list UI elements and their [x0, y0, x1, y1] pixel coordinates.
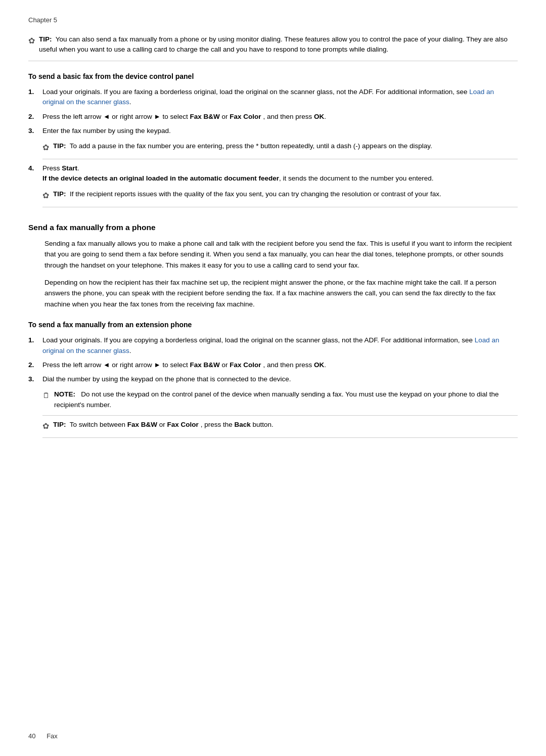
top-tip-label: TIP:	[39, 35, 52, 43]
faxbw-label-1: Fax B&W	[190, 113, 220, 120]
step-num-3: 3.	[28, 126, 42, 136]
step-3-content: Enter the fax number by using the keypad…	[42, 126, 518, 136]
step-num-4: 4.	[28, 163, 42, 173]
ext-step-2-content: Press the left arrow ◄ or right arrow ► …	[42, 360, 518, 370]
faxbw-label-2: Fax B&W	[190, 361, 220, 369]
page-footer: 40 Fax	[28, 731, 58, 741]
faxcolor-label-2: Fax Color	[230, 361, 261, 369]
manual-fax-para2: Depending on how the recipient has their…	[44, 277, 518, 310]
ext-step3-note-text: NOTE: Do not use the keypad on the contr…	[54, 389, 518, 410]
top-tip-text: TIP: You can also send a fax manually fr…	[39, 34, 518, 55]
manual-fax-para1: Sending a fax manually allows you to mak…	[44, 238, 518, 271]
ext-step3-tip-section: ✿ TIP: To switch between Fax B&W or Fax …	[42, 420, 518, 438]
footer-section: Fax	[47, 732, 58, 740]
faxcolor-label-1: Fax Color	[230, 113, 261, 120]
faxcolor-label-3: Fax Color	[167, 421, 199, 428]
step-4-content: Press Start. If the device detects an or…	[42, 163, 518, 184]
basic-fax-step-2: 2. Press the left arrow ◄ or right arrow…	[28, 112, 518, 122]
ext-step-num-1: 1.	[28, 335, 42, 345]
note-label: NOTE:	[54, 390, 75, 398]
step4-tip-text: TIP: If the recipient reports issues wit…	[53, 189, 441, 199]
ok-label-2: OK	[314, 361, 324, 369]
step4-tip-label: TIP:	[53, 190, 66, 198]
faxbw-label-3: Fax B&W	[127, 421, 157, 428]
step4-tip-section: ✿ TIP: If the recipient reports issues w…	[42, 189, 518, 207]
ext-tip-label: TIP:	[53, 421, 66, 428]
chapter-label: Chapter 5	[28, 15, 518, 25]
step3-tip-label: TIP:	[53, 142, 66, 150]
start-label: Start	[62, 164, 77, 172]
ext-step3-tip-inner: ✿ TIP: To switch between Fax B&W or Fax …	[42, 420, 518, 432]
scanner-glass-link-2[interactable]: Load an original on the scanner glass	[42, 336, 499, 354]
tip-icon-top: ✿	[28, 35, 35, 47]
ext-step3-note-section: 🗒 NOTE: Do not use the keypad on the con…	[42, 389, 518, 416]
ext-step-1-content: Load your originals. If you are copying …	[42, 335, 518, 356]
ext-step-1: 1. Load your originals. If you are copyi…	[28, 335, 518, 356]
basic-fax-step4-list: 4. Press Start. If the device detects an…	[28, 163, 518, 184]
scanner-glass-link-1[interactable]: Load an original on the scanner glass	[42, 88, 494, 106]
basic-fax-step-3: 3. Enter the fax number by using the key…	[28, 126, 518, 136]
page-number: 40	[28, 732, 35, 740]
step3-tip-section: ✿ TIP: To add a pause in the fax number …	[42, 141, 518, 159]
extension-steps: 1. Load your originals. If you are copyi…	[28, 335, 518, 384]
ext-step-3: 3. Dial the number by using the keypad o…	[28, 374, 518, 384]
manual-fax-title: Send a fax manually from a phone	[28, 221, 518, 233]
ext-step3-tip-icon: ✿	[42, 420, 49, 432]
step4-tip-inner: ✿ TIP: If the recipient reports issues w…	[42, 189, 518, 202]
step-1-content: Load your originals. If you are faxing a…	[42, 87, 518, 108]
ext-step3-note-inner: 🗒 NOTE: Do not use the keypad on the con…	[42, 389, 518, 410]
basic-fax-step-1: 1. Load your originals. If you are faxin…	[28, 87, 518, 108]
ext-step3-tip-text: TIP: To switch between Fax B&W or Fax Co…	[53, 420, 274, 430]
basic-fax-step-4: 4. Press Start. If the device detects an…	[28, 163, 518, 184]
step3-tip-icon: ✿	[42, 142, 49, 154]
step3-tip-text: TIP: To add a pause in the fax number yo…	[53, 141, 432, 151]
ext-step-num-3: 3.	[28, 374, 42, 384]
extension-phone-heading: To send a fax manually from an extension…	[28, 320, 518, 330]
ext-step-3-content: Dial the number by using the keypad on t…	[42, 374, 518, 384]
step3-tip-inner: ✿ TIP: To add a pause in the fax number …	[42, 141, 518, 154]
top-tip-box: ✿ TIP: You can also send a fax manually …	[28, 34, 518, 62]
note-icon: 🗒	[42, 390, 50, 402]
ext-step-2: 2. Press the left arrow ◄ or right arrow…	[28, 360, 518, 370]
ok-label-1: OK	[314, 113, 324, 120]
basic-fax-heading: To send a basic fax from the device cont…	[28, 71, 518, 82]
basic-fax-steps: 1. Load your originals. If you are faxin…	[28, 87, 518, 136]
step-2-content: Press the left arrow ◄ or right arrow ► …	[42, 112, 518, 122]
step-num-1: 1.	[28, 87, 42, 97]
step4-tip-icon: ✿	[42, 190, 49, 202]
auto-doc-feeder-text: If the device detects an original loaded…	[42, 174, 279, 182]
back-label: Back	[234, 421, 250, 428]
ext-step-num-2: 2.	[28, 360, 42, 370]
top-tip-content: You can also send a fax manually from a …	[39, 35, 508, 53]
step-num-2: 2.	[28, 112, 42, 122]
